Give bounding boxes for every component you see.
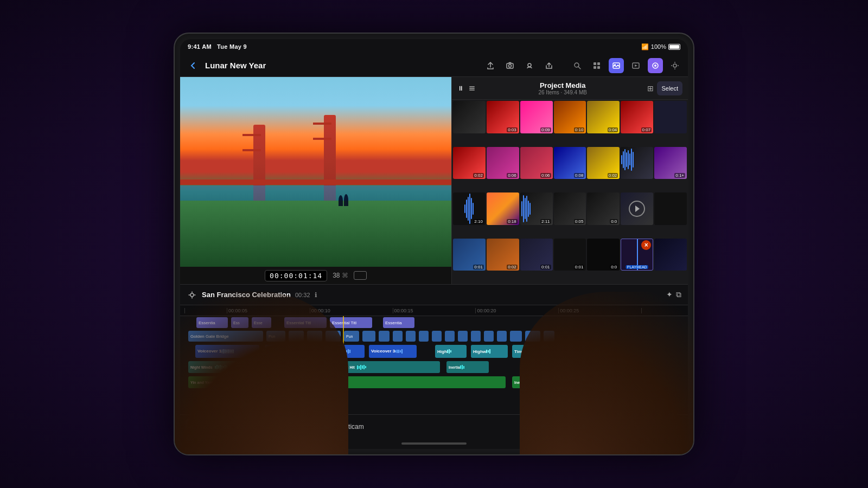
video-clip[interactable] bbox=[525, 331, 540, 342]
media-thumb[interactable]: 0:0 bbox=[587, 192, 620, 225]
home-bar[interactable] bbox=[401, 442, 467, 445]
media-button[interactable] bbox=[628, 58, 643, 73]
magic-movie-button[interactable]: ✦ bbox=[666, 290, 673, 299]
media-thumb[interactable]: 0:01 bbox=[453, 239, 486, 271]
media-thumb[interactable] bbox=[621, 147, 653, 179]
video-clip[interactable] bbox=[419, 331, 429, 342]
voiceover-clip[interactable]: Voiceover 3 bbox=[369, 345, 417, 358]
media-thumb[interactable]: 0:10 bbox=[554, 101, 586, 133]
trim-button[interactable] bbox=[650, 420, 664, 434]
video-clip[interactable] bbox=[471, 331, 481, 342]
export-button[interactable] bbox=[541, 58, 557, 73]
video-clip[interactable] bbox=[362, 331, 375, 342]
voiceover-clip[interactable]: Voiceover 2 bbox=[317, 345, 365, 358]
home-indicator bbox=[180, 438, 688, 449]
media-thumb[interactable]: 0:1+ bbox=[654, 147, 687, 179]
title-clip[interactable]: Essentia bbox=[383, 317, 414, 328]
media-thumb[interactable]: 0:01 bbox=[520, 239, 553, 271]
title-clip[interactable]: Essentia bbox=[196, 317, 228, 328]
video-clip[interactable] bbox=[544, 331, 554, 342]
video-clip[interactable] bbox=[484, 331, 494, 342]
bottom-toolbar: ☰ Inspect ◎ Volume ◈ Animate ⊞ Multicam bbox=[180, 414, 688, 438]
media-thumb[interactable]: 0:01 bbox=[554, 239, 586, 271]
video-clip[interactable] bbox=[379, 331, 390, 342]
volume-tab[interactable]: ◎ Volume bbox=[231, 418, 276, 435]
video-clip[interactable] bbox=[393, 331, 403, 342]
media-thumb[interactable] bbox=[654, 101, 687, 133]
video-clip[interactable]: Pun bbox=[266, 331, 285, 342]
media-thumb[interactable]: 0:03 bbox=[487, 101, 519, 133]
media-thumb[interactable]: 0:05 bbox=[554, 192, 586, 225]
grid-view-button[interactable]: ⊞ bbox=[647, 84, 654, 93]
split-button[interactable] bbox=[631, 420, 646, 434]
timeline-overflow-button[interactable]: ⧉ bbox=[676, 290, 681, 299]
title-clip[interactable]: Essential Titl bbox=[284, 317, 327, 328]
media-thumb[interactable]: 0:02 bbox=[453, 147, 486, 179]
share-button[interactable] bbox=[483, 58, 498, 73]
animate-tab[interactable]: ◈ Animate bbox=[276, 418, 322, 435]
timeline-settings-icon[interactable] bbox=[187, 290, 197, 300]
title-clip[interactable]: Esse bbox=[252, 317, 271, 328]
back-button[interactable] bbox=[186, 58, 201, 73]
video-clip[interactable] bbox=[307, 331, 322, 342]
media-thumb[interactable] bbox=[621, 192, 653, 225]
photos-button[interactable] bbox=[609, 58, 624, 73]
media-thumb[interactable]: 2:10 bbox=[453, 192, 486, 225]
pause-button[interactable]: ⏸ bbox=[457, 85, 464, 92]
video-clip[interactable] bbox=[510, 331, 522, 342]
select-button[interactable]: Select bbox=[657, 81, 682, 95]
media-thumb[interactable] bbox=[654, 239, 687, 271]
media-thumb[interactable] bbox=[453, 101, 486, 133]
video-clip[interactable] bbox=[289, 331, 304, 342]
video-clip[interactable] bbox=[497, 331, 507, 342]
audio-clip[interactable]: Time Piece bbox=[512, 345, 576, 358]
media-thumb[interactable] bbox=[654, 192, 687, 225]
video-clip[interactable] bbox=[432, 331, 442, 342]
media-thumb[interactable]: 0:07 bbox=[621, 101, 653, 133]
settings-button[interactable] bbox=[667, 58, 682, 73]
multicam-tab[interactable]: ⊞ Multicam bbox=[322, 418, 372, 435]
grid-button[interactable] bbox=[589, 58, 604, 73]
music-clip[interactable]: Inertia bbox=[512, 376, 609, 388]
sfx-clip[interactable]: Inertia bbox=[446, 361, 489, 373]
video-clip[interactable]: Pun bbox=[344, 331, 359, 342]
media-thumb[interactable]: 0:02 bbox=[587, 147, 620, 179]
delete-button[interactable] bbox=[668, 420, 682, 434]
zoom-control[interactable] bbox=[354, 271, 367, 280]
audio-clip[interactable]: High bbox=[435, 345, 467, 358]
media-thumb[interactable]: 0:0 bbox=[587, 239, 620, 271]
media-thumb-playhead[interactable]: PLAYHEAD × bbox=[621, 239, 653, 271]
media-thumb[interactable]: 0:02 bbox=[487, 239, 519, 271]
project-title: Lunar New Year bbox=[205, 61, 478, 70]
media-thumb[interactable]: 0:06 bbox=[487, 147, 519, 179]
title-clip[interactable]: Essential Titl bbox=[330, 317, 372, 328]
timeline-duration: 00:32 bbox=[295, 292, 310, 298]
add-marker-button[interactable] bbox=[595, 420, 609, 434]
media-thumb[interactable]: 0:09 bbox=[520, 101, 553, 133]
audio-clip[interactable]: Highw bbox=[471, 345, 508, 358]
video-clip[interactable] bbox=[326, 331, 341, 342]
music-clip[interactable]: Yin and Yang bbox=[188, 376, 506, 388]
media-thumb[interactable]: 0:06 bbox=[520, 147, 553, 179]
video-clip[interactable] bbox=[458, 331, 468, 342]
title-clip[interactable]: Ess bbox=[231, 317, 248, 328]
video-clip[interactable] bbox=[406, 331, 416, 342]
video-clip[interactable]: Golden Gate Bridge bbox=[188, 331, 263, 342]
voiceover-clip[interactable]: Voiceover 2 bbox=[265, 345, 312, 358]
voiceover-clip[interactable]: Voiceover 1 bbox=[195, 345, 259, 358]
timeline-info-button[interactable]: ℹ bbox=[315, 291, 317, 299]
voiceover-button[interactable] bbox=[522, 58, 537, 73]
inspect-tab[interactable]: ☰ Inspect bbox=[186, 418, 231, 435]
animate-label: Animate bbox=[291, 423, 315, 431]
media-thumb[interactable]: 2:11 bbox=[520, 192, 553, 225]
effects-button[interactable] bbox=[648, 58, 663, 73]
sfx-clip[interactable]: Whoosh Hit bbox=[331, 361, 440, 373]
media-thumb[interactable]: 0:08 bbox=[554, 147, 586, 179]
undo-button[interactable] bbox=[613, 420, 627, 434]
media-thumb[interactable]: 0:18 bbox=[487, 192, 519, 225]
media-thumb[interactable]: 0:04 bbox=[587, 101, 620, 133]
search-button[interactable] bbox=[570, 58, 585, 73]
camera-button[interactable] bbox=[502, 58, 518, 73]
sfx-clip[interactable]: Night Winds bbox=[188, 361, 325, 373]
video-clip[interactable] bbox=[445, 331, 455, 342]
